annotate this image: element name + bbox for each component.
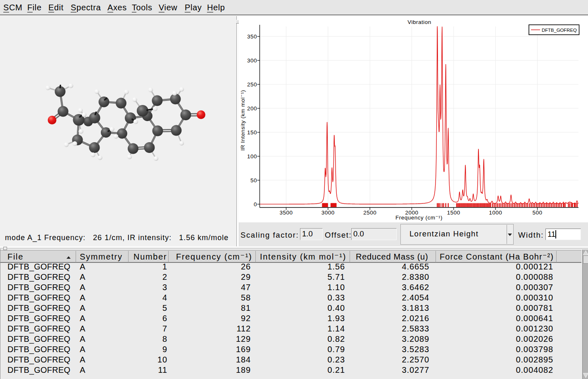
svg-text:50: 50 [250, 177, 257, 184]
svg-text:2500: 2500 [363, 210, 376, 216]
svg-text:IR Intensity (km mol⁻¹): IR Intensity (km mol⁻¹) [240, 90, 246, 151]
svg-text:3000: 3000 [321, 210, 335, 216]
svg-text:100: 100 [247, 153, 257, 160]
svg-text:DFTB_GOFREQ: DFTB_GOFREQ [542, 28, 577, 33]
svg-text:250: 250 [247, 81, 257, 88]
svg-text:1000: 1000 [489, 210, 502, 216]
svg-text:3500: 3500 [279, 210, 293, 216]
svg-text:0: 0 [254, 201, 257, 207]
svg-text:200: 200 [247, 105, 257, 112]
svg-text:300: 300 [247, 57, 257, 64]
svg-text:350: 350 [247, 33, 257, 40]
svg-text:Vibration: Vibration [407, 19, 431, 25]
svg-text:150: 150 [247, 129, 257, 136]
svg-text:1500: 1500 [447, 210, 460, 216]
svg-text:Frequency (cm⁻¹): Frequency (cm⁻¹) [395, 215, 443, 221]
svg-text:500: 500 [532, 210, 542, 216]
